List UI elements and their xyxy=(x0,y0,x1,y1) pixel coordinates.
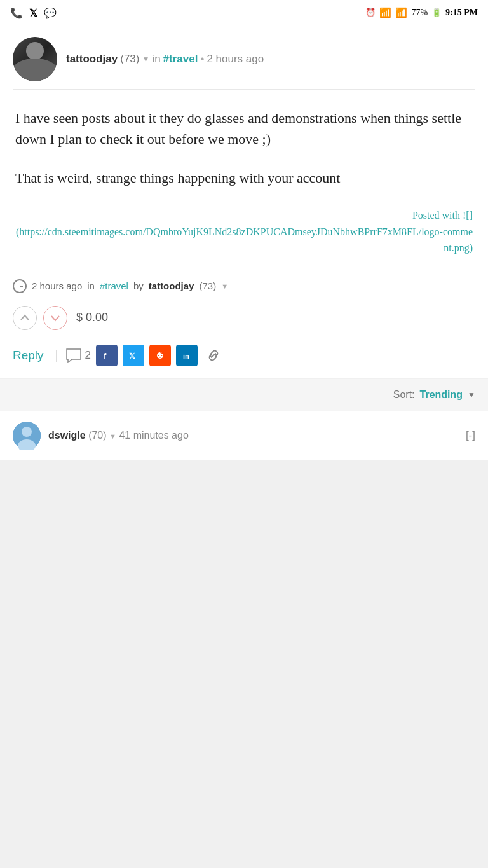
post-meta-line1: tattoodjay (73) ▼ in #travel • 2 hours a… xyxy=(66,53,475,65)
status-right-info: ⏰ 📶 📶 77% 🔋 9:15 PM xyxy=(365,7,478,18)
posted-with-label: Posted with ![] xyxy=(412,210,473,221)
signal-icon: 📶 xyxy=(395,7,407,18)
in-label: in xyxy=(152,53,160,65)
comment-username[interactable]: dswigle xyxy=(48,430,86,441)
posted-with-section: Posted with ![] (https://cdn.steemitimag… xyxy=(0,201,488,272)
copy-link-button[interactable] xyxy=(203,345,224,366)
link-icon xyxy=(207,348,220,362)
post-reputation: (73) xyxy=(120,53,139,65)
post-card: tattoodjay (73) ▼ in #travel • 2 hours a… xyxy=(0,25,488,378)
footer-time: 2 hours ago xyxy=(32,280,82,291)
footer-category[interactable]: #travel xyxy=(100,280,128,291)
footer-username[interactable]: tattoodjay xyxy=(149,280,194,291)
wifi-icon: 📶 xyxy=(379,7,391,18)
svg-text:in: in xyxy=(183,352,189,360)
twitter-share-icon: 𝕏 xyxy=(128,350,139,361)
comment-reputation: (70) xyxy=(88,430,106,441)
status-left-icons: 📞 𝕏 💬 xyxy=(10,7,57,19)
footer-by: by xyxy=(133,280,144,291)
status-bar: 📞 𝕏 💬 ⏰ 📶 📶 77% 🔋 9:15 PM xyxy=(0,0,488,25)
linkedin-share-button[interactable]: in xyxy=(176,345,198,366)
sort-value[interactable]: Trending xyxy=(420,389,463,401)
svg-text:f: f xyxy=(104,351,107,361)
alarm-icon: ⏰ xyxy=(365,8,376,18)
twitter-share-button[interactable]: 𝕏 xyxy=(123,345,144,366)
battery-percent: 77% xyxy=(411,8,428,18)
comment-time: 41 minutes ago xyxy=(119,430,188,441)
collapse-bracket[interactable]: [-] xyxy=(466,429,475,442)
battery-icon: 🔋 xyxy=(431,8,442,18)
svg-point-5 xyxy=(161,355,163,356)
action-row: Reply | 2 f 𝕏 xyxy=(0,338,488,378)
username-dropdown-icon[interactable]: ▼ xyxy=(142,55,149,64)
avatar xyxy=(13,37,57,81)
upvote-icon xyxy=(20,313,30,323)
post-body: I have seen posts about it they do glass… xyxy=(0,90,488,201)
sort-bar: Sort: Trending ▼ xyxy=(0,379,488,411)
reddit-share-button[interactable] xyxy=(149,345,171,366)
svg-text:𝕏: 𝕏 xyxy=(129,352,135,361)
post-meta: tattoodjay (73) ▼ in #travel • 2 hours a… xyxy=(66,53,475,65)
vote-row: $ 0.00 xyxy=(0,301,488,338)
comment-icon-wrap[interactable]: 2 xyxy=(65,348,91,363)
reply-button[interactable]: Reply xyxy=(13,348,53,362)
footer-reputation: (73) xyxy=(199,280,216,291)
facebook-icon: f xyxy=(102,350,112,361)
action-separator: | xyxy=(53,348,60,362)
footer-in: in xyxy=(87,280,95,291)
post-category[interactable]: #travel xyxy=(163,53,198,65)
sort-label: Sort: xyxy=(393,389,415,401)
footer-dropdown-icon[interactable]: ▼ xyxy=(221,282,228,290)
downvote-icon xyxy=(50,313,60,323)
post-header: tattoodjay (73) ▼ in #travel • 2 hours a… xyxy=(0,25,488,89)
posted-with-link[interactable]: Posted with ![] (https://cdn.steemitimag… xyxy=(16,210,473,253)
twitter-status-icon: 𝕏 xyxy=(29,7,37,19)
post-username[interactable]: tattoodjay xyxy=(66,53,118,65)
comment-preview: dswigle (70) ▼ 41 minutes ago [-] xyxy=(0,411,488,460)
whatsapp-icon: 💬 xyxy=(44,7,57,19)
post-paragraph-2: That is weird, strange things happening … xyxy=(15,167,473,188)
upvote-button[interactable] xyxy=(13,306,37,330)
vote-amount: $ 0.00 xyxy=(76,311,108,324)
clock-icon xyxy=(13,279,27,293)
comment-meta: dswigle (70) ▼ 41 minutes ago xyxy=(48,430,189,441)
clock-time: 9:15 PM xyxy=(445,8,478,18)
svg-point-4 xyxy=(158,355,159,356)
svg-line-9 xyxy=(212,354,215,357)
sort-dropdown-icon[interactable]: ▼ xyxy=(468,390,475,399)
comment-avatar xyxy=(13,422,41,450)
posted-with-url: (https://cdn.steemitimages.com/DQmbroYuj… xyxy=(16,226,473,254)
reddit-icon xyxy=(154,350,166,361)
phone-icon: 📞 xyxy=(10,7,23,19)
comment-icon xyxy=(65,348,82,363)
downvote-button[interactable] xyxy=(43,306,67,330)
post-footer-meta: 2 hours ago in #travel by tattoodjay (73… xyxy=(0,272,488,301)
comment-avatar-image xyxy=(13,422,41,450)
linkedin-icon: in xyxy=(182,350,192,361)
dot-separator: • xyxy=(200,53,204,65)
comment-count: 2 xyxy=(85,349,91,362)
social-icons: 2 f 𝕏 xyxy=(65,345,224,366)
facebook-share-button[interactable]: f xyxy=(96,345,118,366)
avatar-image xyxy=(13,37,57,81)
svg-point-11 xyxy=(22,427,32,437)
comment-dropdown[interactable]: ▼ xyxy=(109,432,116,440)
post-paragraph-1: I have seen posts about it they do glass… xyxy=(15,107,473,149)
post-time: 2 hours ago xyxy=(207,53,264,65)
